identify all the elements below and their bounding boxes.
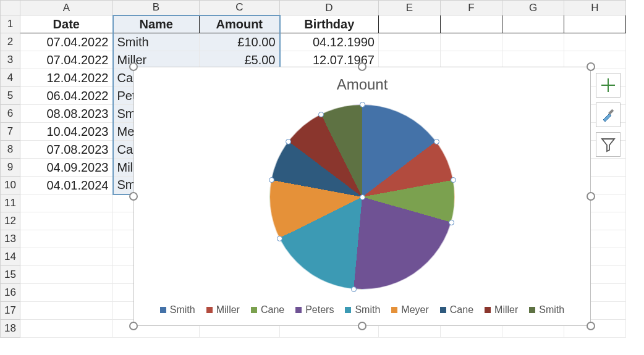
row-header[interactable]: 16 xyxy=(1,284,20,302)
slice-handle[interactable] xyxy=(269,177,274,183)
row-header[interactable]: 17 xyxy=(1,302,20,320)
column-header[interactable]: G xyxy=(502,1,564,15)
legend-item[interactable]: Miller xyxy=(206,304,240,315)
legend-item[interactable]: Smith xyxy=(529,304,564,315)
slice-handle[interactable] xyxy=(318,112,324,117)
column-header[interactable]: H xyxy=(564,1,626,15)
column-header[interactable]: A xyxy=(20,1,113,15)
row-header[interactable]: 8 xyxy=(1,141,20,159)
legend-item[interactable]: Miller xyxy=(485,304,518,315)
row-header[interactable]: 10 xyxy=(1,177,20,194)
cell[interactable] xyxy=(20,284,113,302)
legend-label: Cane xyxy=(450,304,473,315)
cell[interactable]: 04.12.1990 xyxy=(280,33,379,51)
cell[interactable]: Birthday xyxy=(280,15,379,33)
chart-elements-button[interactable] xyxy=(596,73,621,98)
row-header[interactable]: 14 xyxy=(1,248,20,266)
cell[interactable]: £10.00 xyxy=(200,33,280,51)
legend-swatch xyxy=(160,307,166,313)
row-header[interactable]: 15 xyxy=(1,266,20,284)
cell[interactable] xyxy=(20,212,113,230)
column-header[interactable]: F xyxy=(441,1,502,15)
cell[interactable] xyxy=(441,33,502,51)
legend-swatch xyxy=(485,307,491,313)
resize-handle-br[interactable] xyxy=(587,322,595,330)
cell[interactable] xyxy=(379,33,441,51)
slice-handle[interactable] xyxy=(360,102,365,107)
row-header[interactable]: 5 xyxy=(1,87,20,105)
row-header[interactable]: 2 xyxy=(1,33,20,51)
slice-handle[interactable] xyxy=(434,139,439,144)
resize-handle-t[interactable] xyxy=(358,62,366,71)
cell[interactable] xyxy=(502,15,564,33)
resize-handle-tr[interactable] xyxy=(587,62,595,71)
cell[interactable]: 10.04.2023 xyxy=(20,123,113,141)
cell[interactable]: Name xyxy=(113,15,200,33)
cell[interactable]: 04.09.2023 xyxy=(20,159,113,177)
slice-handle[interactable] xyxy=(286,139,291,144)
cell[interactable] xyxy=(20,302,113,320)
row-header[interactable]: 12 xyxy=(1,212,20,230)
cell[interactable] xyxy=(20,248,113,266)
legend-item[interactable]: Smith xyxy=(345,304,380,315)
column-header[interactable]: C xyxy=(200,1,280,15)
slice-handle[interactable] xyxy=(277,236,282,241)
legend-item[interactable]: Peters xyxy=(295,304,334,315)
row-header[interactable]: 3 xyxy=(1,51,20,69)
cell[interactable]: 07.08.2023 xyxy=(20,141,113,159)
chart-filters-button[interactable] xyxy=(596,132,621,157)
row-header[interactable]: 9 xyxy=(1,159,20,177)
slice-handle[interactable] xyxy=(449,220,454,225)
row-header[interactable]: 4 xyxy=(1,69,20,87)
cell[interactable] xyxy=(564,15,626,33)
slice-handle[interactable] xyxy=(351,286,357,292)
resize-handle-tl[interactable] xyxy=(129,62,138,71)
cell[interactable]: 06.04.2022 xyxy=(20,87,113,105)
legend-item[interactable]: Meyer xyxy=(391,304,428,315)
cell[interactable] xyxy=(564,33,626,51)
row-header[interactable]: 6 xyxy=(1,105,20,123)
cell[interactable]: Amount xyxy=(200,15,280,33)
select-all-corner[interactable] xyxy=(1,1,20,15)
cell[interactable]: Date xyxy=(20,15,113,33)
cell[interactable] xyxy=(379,15,441,33)
cell[interactable]: 04.01.2024 xyxy=(20,177,113,194)
chart-legend[interactable]: SmithMillerCanePetersSmithMeyerCaneMille… xyxy=(134,304,590,315)
chart-side-tools xyxy=(596,73,621,157)
row-header[interactable]: 7 xyxy=(1,123,20,141)
cell[interactable] xyxy=(20,320,113,338)
row-header[interactable]: 1 xyxy=(1,15,20,33)
legend-label: Miller xyxy=(494,304,518,315)
legend-item[interactable]: Cane xyxy=(440,304,473,315)
funnel-icon xyxy=(600,136,616,152)
pie-plot-area[interactable] xyxy=(269,104,455,290)
row-header[interactable]: 13 xyxy=(1,230,20,248)
paintbrush-icon xyxy=(600,107,616,123)
row-header[interactable]: 18 xyxy=(1,320,20,338)
column-header[interactable]: E xyxy=(379,1,441,15)
cell[interactable] xyxy=(502,33,564,51)
cell[interactable] xyxy=(20,230,113,248)
chart-styles-button[interactable] xyxy=(596,102,621,127)
cell[interactable]: Smith xyxy=(113,33,200,51)
cell[interactable]: 07.04.2022 xyxy=(20,51,113,69)
legend-label: Smith xyxy=(355,304,380,315)
row-header[interactable]: 11 xyxy=(1,194,20,212)
legend-label: Peters xyxy=(305,304,334,315)
slice-handle[interactable] xyxy=(451,177,456,183)
resize-handle-b[interactable] xyxy=(358,322,366,330)
chart-title[interactable]: Amount xyxy=(134,67,590,93)
cell[interactable] xyxy=(20,194,113,212)
column-header[interactable]: D xyxy=(280,1,379,15)
pie-center-handle[interactable] xyxy=(360,194,365,200)
chart-object[interactable]: Amount SmithMillerCanePetersSmithMeyerCa… xyxy=(133,67,591,326)
cell[interactable] xyxy=(20,266,113,284)
resize-handle-bl[interactable] xyxy=(129,322,138,330)
cell[interactable]: 07.04.2022 xyxy=(20,33,113,51)
column-header[interactable]: B xyxy=(113,1,200,15)
legend-item[interactable]: Cane xyxy=(251,304,284,315)
cell[interactable] xyxy=(441,15,502,33)
legend-item[interactable]: Smith xyxy=(160,304,195,315)
cell[interactable]: 08.08.2023 xyxy=(20,105,113,123)
cell[interactable]: 12.04.2022 xyxy=(20,69,113,87)
